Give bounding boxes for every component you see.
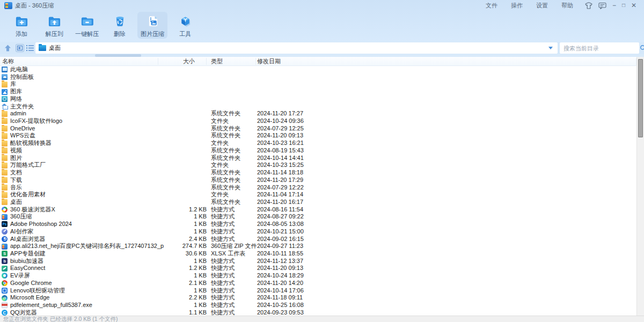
file-date: 2024-09-27 11:23 <box>256 243 636 250</box>
file-type: 快捷方式 <box>207 221 256 228</box>
status-bar: 您正在浏览文件夹 已经选择 2.0 KB (1 个文件) <box>0 316 644 322</box>
search-icon[interactable] <box>640 45 644 52</box>
file-date: 2024-08-27 09:22 <box>256 213 636 221</box>
file-row[interactable]: app.ali213.net_heji百度PC关键词排名列表_172740713… <box>0 243 636 250</box>
file-date <box>256 66 636 74</box>
extract-to-button[interactable]: 解压到 <box>39 12 69 39</box>
file-row[interactable]: EasyConnect1.2 KB快捷方式2024-11-20 09:13 <box>0 265 636 272</box>
file-row[interactable]: WPS云盘系统文件夹2024-11-20 09:13 <box>0 132 636 140</box>
file-date: 2024-08-05 13:08 <box>256 221 636 228</box>
folder-file-icon <box>2 170 8 175</box>
file-name: 网络 <box>0 96 158 103</box>
file-date: 2024-11-12 13:37 <box>256 258 636 265</box>
file-date <box>256 103 636 111</box>
file-date: 2024-10-23 16:21 <box>256 140 636 147</box>
file-row[interactable]: 图库 <box>0 88 636 96</box>
file-row[interactable]: IcoFX-提取软件logo文件夹2024-10-24 09:36 <box>0 118 636 125</box>
one-click-extract-button[interactable]: 一键解压 <box>72 12 102 39</box>
column-header-name[interactable]: 名称 <box>0 57 158 66</box>
file-row[interactable]: admin系统文件夹2024-11-20 17:27 <box>0 110 636 118</box>
column-header-date[interactable]: 修改日期 <box>256 57 636 66</box>
tools-button[interactable]: 工具 <box>170 12 200 39</box>
delete-button[interactable]: 删除 <box>105 12 135 39</box>
column-header-type[interactable]: 类型 <box>207 57 256 66</box>
file-date: 2024-10-14 14:41 <box>256 155 636 162</box>
search-input[interactable] <box>560 45 640 52</box>
file-row[interactable]: Lenovo联想驱动管理1 KB快捷方式2024-10-14 17:06 <box>0 287 636 295</box>
xlsx-file-icon <box>2 251 8 257</box>
file-row[interactable]: Microsoft Edge2.2 KB快捷方式2024-11-18 09:11 <box>0 294 636 302</box>
file-size: 1.1 KB <box>158 309 207 316</box>
file-date: 2024-09-23 09:53 <box>256 309 636 316</box>
file-row[interactable]: 音乐系统文件夹2024-07-29 12:22 <box>0 184 636 192</box>
file-size <box>158 96 207 103</box>
maximize-button[interactable]: □ <box>622 3 625 8</box>
file-row[interactable]: 万能格式工厂文件夹2024-10-23 15:25 <box>0 162 636 169</box>
file-row[interactable]: 下载系统文件夹2024-11-20 17:29 <box>0 177 636 184</box>
file-row[interactable]: 酷软视频转换器文件夹2024-10-23 16:21 <box>0 140 636 147</box>
file-row[interactable]: biubiu加速器1 KB快捷方式2024-11-12 13:37 <box>0 258 636 265</box>
file-row[interactable]: 360 极速浏览器X1.2 KB快捷方式2024-08-16 11:54 <box>0 206 636 214</box>
file-size: 1 KB <box>158 228 207 236</box>
close-button[interactable]: ✕ <box>631 2 636 9</box>
delete-icon <box>113 14 127 28</box>
file-row[interactable]: 网络 <box>0 96 636 103</box>
file-row[interactable]: 图片系统文件夹2024-10-14 14:41 <box>0 155 636 162</box>
address-bar[interactable]: 桌面 <box>35 42 558 54</box>
up-directory-icon[interactable] <box>4 44 11 52</box>
file-row[interactable]: QQ浏览器1.1 KB快捷方式2024-09-23 09:53 <box>0 309 636 316</box>
file-date: 2024-11-20 14:20 <box>256 280 636 287</box>
menu-file[interactable]: 文件 <box>486 2 497 10</box>
file-type: 系统文件夹 <box>207 132 256 140</box>
column-header-size[interactable]: 大小 <box>158 57 207 66</box>
file-size <box>158 184 207 192</box>
file-type: 快捷方式 <box>207 213 256 221</box>
file-date: 2024-08-16 11:54 <box>256 206 636 214</box>
file-row[interactable]: Google Chrome2.1 KB快捷方式2024-11-20 14:20 <box>0 280 636 287</box>
file-date: 2024-10-14 17:06 <box>256 287 636 295</box>
menu-help[interactable]: 帮助 <box>561 2 573 10</box>
file-size: 1 KB <box>158 302 207 309</box>
file-row[interactable]: 360压缩1 KB快捷方式2024-08-27 09:22 <box>0 213 636 221</box>
file-row[interactable]: 优化备用素材文件夹2024-11-04 17:14 <box>0 191 636 199</box>
thumbnail-view-icon[interactable] <box>16 44 24 52</box>
file-type: 系统文件夹 <box>207 147 256 155</box>
file-row[interactable]: AI创作家1 KB快捷方式2024-10-21 15:00 <box>0 228 636 236</box>
file-row[interactable]: 控制面板 <box>0 74 636 81</box>
file-type <box>207 80 256 88</box>
address-dropdown-icon[interactable] <box>548 47 553 49</box>
add-button[interactable]: 添加 <box>6 12 36 39</box>
pdf-file-icon <box>2 302 8 308</box>
file-row[interactable]: AI桌面浏览器2.4 KB快捷方式2024-09-02 16:15 <box>0 236 636 243</box>
tools-icon <box>178 14 193 28</box>
file-name: 360压缩 <box>0 213 158 221</box>
control-file-icon <box>2 74 8 80</box>
file-size: 2.4 KB <box>158 236 207 243</box>
skin-theme-icon[interactable] <box>585 2 592 9</box>
file-row[interactable]: 视频系统文件夹2024-08-19 15:43 <box>0 147 636 155</box>
file-row[interactable]: 此电脑 <box>0 66 636 74</box>
folder-file-icon <box>2 82 8 87</box>
file-row[interactable]: 主文件夹 <box>0 103 636 111</box>
image-compress-button[interactable]: 图片压缩 <box>137 12 167 39</box>
file-row[interactable]: APP专题创建30.6 KBXLSX 工作表2024-10-11 18:55 <box>0 250 636 258</box>
vertical-scrollbar[interactable] <box>636 57 644 316</box>
file-size: 1.2 KB <box>158 206 207 214</box>
file-row[interactable]: 文档系统文件夹2024-11-14 18:18 <box>0 169 636 177</box>
file-row[interactable]: EV录屏1 KB快捷方式2024-10-24 18:29 <box>0 272 636 280</box>
file-size <box>158 177 207 184</box>
menu-actions[interactable]: 操作 <box>511 2 523 10</box>
file-row[interactable]: 库 <box>0 80 636 88</box>
vertical-scrollbar-thumb[interactable] <box>638 59 643 137</box>
file-row[interactable]: 桌面系统文件夹2024-11-20 16:17 <box>0 199 636 206</box>
file-row[interactable]: OneDrive系统文件夹2024-07-29 12:25 <box>0 125 636 133</box>
list-view-icon[interactable] <box>26 44 34 52</box>
file-row[interactable]: pdfelement_setup_full5387.exe1 KB快捷方式202… <box>0 302 636 309</box>
minimize-button[interactable]: − <box>612 2 616 9</box>
file-size: 2.1 KB <box>158 280 207 287</box>
file-row[interactable]: Adobe Photoshop 20241 KB快捷方式2024-08-05 1… <box>0 221 636 228</box>
file-size <box>158 199 207 206</box>
menu-settings[interactable]: 设置 <box>536 2 548 10</box>
feedback-icon[interactable] <box>598 2 606 9</box>
biubiu-file-icon <box>2 258 8 264</box>
